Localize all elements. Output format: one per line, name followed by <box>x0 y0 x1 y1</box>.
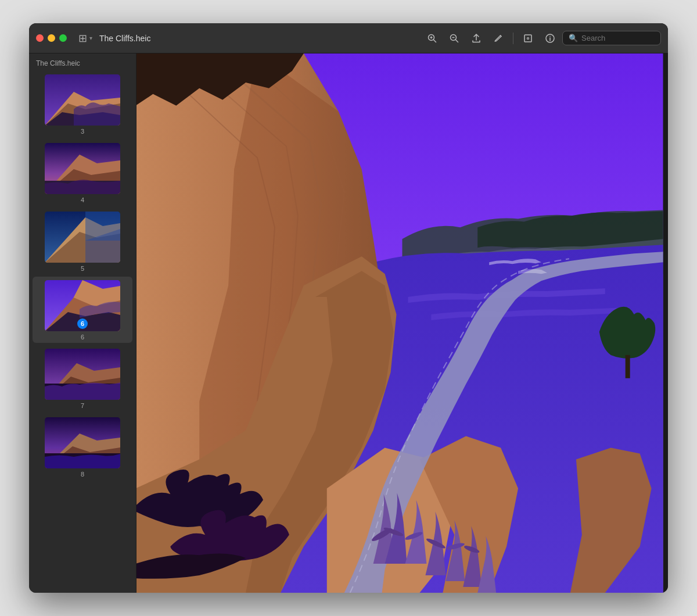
thumbnail-image-4 <box>45 143 120 194</box>
thumbnail-item-3[interactable]: 3 <box>33 71 132 137</box>
thumbnail-number-8: 8 <box>81 471 84 478</box>
thumbnail-image-6: 6 <box>45 280 120 331</box>
thumbnail-image-7 <box>45 349 120 400</box>
svg-rect-7 <box>524 35 531 42</box>
thumbnail-image-5 <box>45 212 120 263</box>
svg-rect-44 <box>626 355 630 378</box>
thumbnail-number-7: 7 <box>81 402 84 409</box>
thumbnail-image-8 <box>45 417 120 468</box>
thumbnail-number-6: 6 <box>81 334 84 341</box>
search-icon: 🔍 <box>569 34 578 42</box>
thumbnail-number-3: 3 <box>81 128 84 135</box>
thumbnail-number-5: 5 <box>81 265 84 272</box>
share-button[interactable] <box>466 30 486 46</box>
traffic-lights <box>36 34 67 42</box>
thumbnail-item-5[interactable]: 5 <box>33 208 132 274</box>
thumbnail-badge-6: 6 <box>77 318 88 329</box>
svg-point-11 <box>549 35 551 37</box>
crop-button[interactable] <box>518 30 538 46</box>
thumbnail-number-4: 4 <box>81 196 84 203</box>
separator <box>513 33 513 44</box>
chevron-down-icon: ▾ <box>89 35 92 41</box>
svg-point-8 <box>527 37 529 39</box>
sidebar-icon: ⊞ <box>78 32 87 45</box>
window-title: The Cliffs.heic <box>99 34 150 43</box>
edit-button[interactable] <box>488 30 508 46</box>
close-button[interactable] <box>36 34 44 42</box>
thumbnail-item-8[interactable]: 8 <box>33 414 132 480</box>
toolbar-actions: 🔍 <box>422 30 661 46</box>
info-button[interactable] <box>540 30 560 46</box>
svg-line-3 <box>434 40 436 42</box>
main-window: ⊞ ▾ The Cliffs.heic <box>29 23 668 593</box>
search-box[interactable]: 🔍 <box>562 31 661 45</box>
zoom-in-button[interactable] <box>422 30 442 46</box>
thumbnail-item-4[interactable]: 4 <box>33 139 132 206</box>
main-image <box>136 53 668 593</box>
sidebar-header: The Cliffs.heic <box>29 53 136 71</box>
sidebar: The Cliffs.heic <box>29 53 136 593</box>
thumbnail-item-6[interactable]: 6 6 <box>33 277 132 343</box>
sidebar-toggle-button[interactable]: ⊞ ▾ <box>75 30 96 47</box>
zoom-out-button[interactable] <box>444 30 464 46</box>
search-input[interactable] <box>581 34 657 42</box>
thumbnail-item-7[interactable]: 7 <box>33 345 132 411</box>
thumbnail-image-3 <box>45 74 120 126</box>
minimize-button[interactable] <box>48 34 55 42</box>
content-area: The Cliffs.heic <box>29 53 668 593</box>
titlebar: ⊞ ▾ The Cliffs.heic <box>29 23 668 53</box>
svg-line-6 <box>456 40 458 42</box>
fullscreen-button[interactable] <box>59 34 67 42</box>
main-view <box>136 53 668 593</box>
